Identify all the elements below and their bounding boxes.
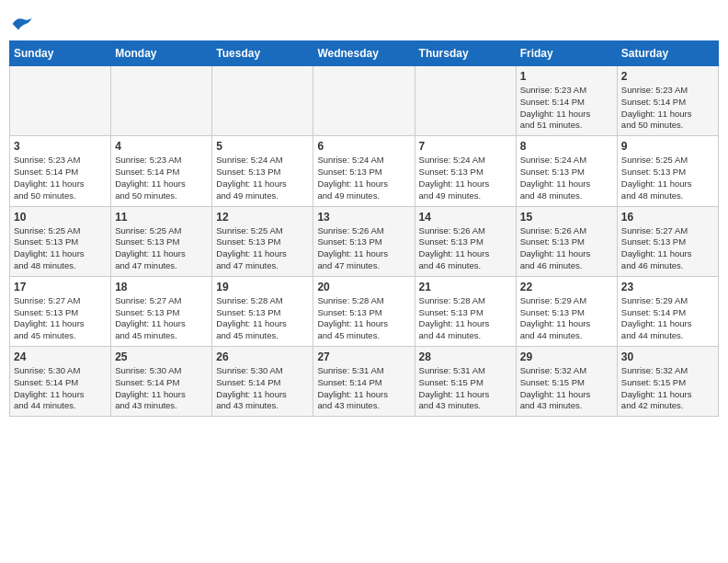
day-info: Sunrise: 5:23 AMSunset: 5:14 PMDaylight:… bbox=[621, 85, 714, 132]
day-info: Sunrise: 5:29 AMSunset: 5:14 PMDaylight:… bbox=[621, 295, 714, 342]
calendar-cell: 15Sunrise: 5:26 AMSunset: 5:13 PMDayligh… bbox=[516, 206, 617, 276]
day-info: Sunrise: 5:28 AMSunset: 5:13 PMDaylight:… bbox=[317, 295, 410, 342]
calendar-week-row: 1Sunrise: 5:23 AMSunset: 5:14 PMDaylight… bbox=[10, 66, 719, 136]
day-info: Sunrise: 5:26 AMSunset: 5:13 PMDaylight:… bbox=[317, 225, 410, 272]
day-info: Sunrise: 5:28 AMSunset: 5:13 PMDaylight:… bbox=[216, 295, 309, 342]
day-info: Sunrise: 5:26 AMSunset: 5:13 PMDaylight:… bbox=[520, 225, 613, 272]
calendar-day-header: Tuesday bbox=[212, 41, 313, 66]
logo bbox=[9, 15, 33, 33]
logo-bird-icon bbox=[11, 15, 33, 33]
day-info: Sunrise: 5:32 AMSunset: 5:15 PMDaylight:… bbox=[520, 365, 613, 412]
day-number: 13 bbox=[317, 211, 410, 224]
calendar-day-header: Sunday bbox=[10, 41, 111, 66]
calendar-cell: 16Sunrise: 5:27 AMSunset: 5:13 PMDayligh… bbox=[617, 206, 718, 276]
day-number: 19 bbox=[216, 281, 309, 293]
calendar-cell: 7Sunrise: 5:24 AMSunset: 5:13 PMDaylight… bbox=[415, 136, 516, 206]
day-info: Sunrise: 5:30 AMSunset: 5:14 PMDaylight:… bbox=[115, 365, 208, 412]
calendar-cell: 22Sunrise: 5:29 AMSunset: 5:13 PMDayligh… bbox=[516, 276, 617, 346]
day-info: Sunrise: 5:28 AMSunset: 5:13 PMDaylight:… bbox=[419, 295, 512, 342]
day-number: 17 bbox=[14, 281, 107, 293]
calendar-day-header: Monday bbox=[111, 41, 212, 66]
day-info: Sunrise: 5:25 AMSunset: 5:13 PMDaylight:… bbox=[621, 155, 714, 201]
calendar-cell bbox=[415, 66, 516, 136]
calendar-cell: 10Sunrise: 5:25 AMSunset: 5:13 PMDayligh… bbox=[10, 206, 111, 276]
day-number: 10 bbox=[14, 211, 107, 224]
calendar-cell: 9Sunrise: 5:25 AMSunset: 5:13 PMDaylight… bbox=[617, 136, 718, 206]
calendar-cell bbox=[111, 66, 212, 136]
calendar-cell: 29Sunrise: 5:32 AMSunset: 5:15 PMDayligh… bbox=[516, 347, 617, 417]
day-info: Sunrise: 5:24 AMSunset: 5:13 PMDaylight:… bbox=[216, 155, 309, 201]
calendar-cell: 27Sunrise: 5:31 AMSunset: 5:14 PMDayligh… bbox=[313, 347, 415, 417]
day-info: Sunrise: 5:23 AMSunset: 5:14 PMDaylight:… bbox=[115, 155, 208, 201]
day-number: 30 bbox=[621, 350, 714, 363]
day-number: 16 bbox=[621, 211, 714, 224]
calendar-day-header: Saturday bbox=[617, 41, 718, 66]
day-info: Sunrise: 5:27 AMSunset: 5:13 PMDaylight:… bbox=[115, 295, 208, 342]
calendar-cell: 30Sunrise: 5:32 AMSunset: 5:15 PMDayligh… bbox=[617, 347, 718, 417]
day-info: Sunrise: 5:27 AMSunset: 5:13 PMDaylight:… bbox=[14, 295, 107, 342]
day-number: 14 bbox=[419, 211, 512, 224]
day-number: 29 bbox=[520, 350, 613, 363]
day-number: 24 bbox=[14, 350, 107, 363]
calendar-cell: 1Sunrise: 5:23 AMSunset: 5:14 PMDaylight… bbox=[516, 66, 617, 136]
day-number: 12 bbox=[216, 211, 309, 224]
day-number: 2 bbox=[621, 70, 714, 83]
calendar-week-row: 3Sunrise: 5:23 AMSunset: 5:14 PMDaylight… bbox=[10, 136, 719, 206]
calendar-day-header: Wednesday bbox=[313, 41, 415, 66]
day-info: Sunrise: 5:29 AMSunset: 5:13 PMDaylight:… bbox=[520, 295, 613, 342]
day-number: 8 bbox=[520, 140, 613, 153]
calendar-cell bbox=[212, 66, 313, 136]
calendar-cell: 3Sunrise: 5:23 AMSunset: 5:14 PMDaylight… bbox=[10, 136, 111, 206]
calendar-cell bbox=[10, 66, 111, 136]
calendar-week-row: 10Sunrise: 5:25 AMSunset: 5:13 PMDayligh… bbox=[10, 206, 719, 276]
day-info: Sunrise: 5:24 AMSunset: 5:13 PMDaylight:… bbox=[317, 155, 410, 201]
calendar-cell: 13Sunrise: 5:26 AMSunset: 5:13 PMDayligh… bbox=[313, 206, 415, 276]
calendar-cell: 2Sunrise: 5:23 AMSunset: 5:14 PMDaylight… bbox=[617, 66, 718, 136]
calendar-cell: 18Sunrise: 5:27 AMSunset: 5:13 PMDayligh… bbox=[111, 276, 212, 346]
day-info: Sunrise: 5:26 AMSunset: 5:13 PMDaylight:… bbox=[419, 225, 512, 272]
day-number: 18 bbox=[115, 281, 208, 293]
calendar-cell: 28Sunrise: 5:31 AMSunset: 5:15 PMDayligh… bbox=[415, 347, 516, 417]
calendar-header-row: SundayMondayTuesdayWednesdayThursdayFrid… bbox=[10, 41, 719, 66]
calendar-cell: 25Sunrise: 5:30 AMSunset: 5:14 PMDayligh… bbox=[111, 347, 212, 417]
day-number: 22 bbox=[520, 281, 613, 293]
day-number: 9 bbox=[621, 140, 714, 153]
calendar-cell bbox=[313, 66, 415, 136]
day-number: 3 bbox=[14, 140, 107, 153]
day-number: 7 bbox=[419, 140, 512, 153]
day-number: 26 bbox=[216, 350, 309, 363]
calendar-cell: 6Sunrise: 5:24 AMSunset: 5:13 PMDaylight… bbox=[313, 136, 415, 206]
day-info: Sunrise: 5:30 AMSunset: 5:14 PMDaylight:… bbox=[14, 365, 107, 412]
calendar-cell: 12Sunrise: 5:25 AMSunset: 5:13 PMDayligh… bbox=[212, 206, 313, 276]
calendar-cell: 17Sunrise: 5:27 AMSunset: 5:13 PMDayligh… bbox=[10, 276, 111, 346]
page-header bbox=[9, 9, 719, 33]
day-info: Sunrise: 5:24 AMSunset: 5:13 PMDaylight:… bbox=[520, 155, 613, 201]
day-number: 1 bbox=[520, 70, 613, 83]
day-info: Sunrise: 5:25 AMSunset: 5:13 PMDaylight:… bbox=[216, 225, 309, 272]
day-info: Sunrise: 5:25 AMSunset: 5:13 PMDaylight:… bbox=[115, 225, 208, 272]
day-info: Sunrise: 5:25 AMSunset: 5:13 PMDaylight:… bbox=[14, 225, 107, 272]
day-info: Sunrise: 5:31 AMSunset: 5:14 PMDaylight:… bbox=[317, 365, 410, 412]
calendar-cell: 14Sunrise: 5:26 AMSunset: 5:13 PMDayligh… bbox=[415, 206, 516, 276]
calendar-cell: 5Sunrise: 5:24 AMSunset: 5:13 PMDaylight… bbox=[212, 136, 313, 206]
day-info: Sunrise: 5:31 AMSunset: 5:15 PMDaylight:… bbox=[419, 365, 512, 412]
calendar-cell: 20Sunrise: 5:28 AMSunset: 5:13 PMDayligh… bbox=[313, 276, 415, 346]
calendar-cell: 19Sunrise: 5:28 AMSunset: 5:13 PMDayligh… bbox=[212, 276, 313, 346]
day-number: 20 bbox=[317, 281, 410, 293]
day-number: 25 bbox=[115, 350, 208, 363]
day-info: Sunrise: 5:30 AMSunset: 5:14 PMDaylight:… bbox=[216, 365, 309, 412]
day-info: Sunrise: 5:32 AMSunset: 5:15 PMDaylight:… bbox=[621, 365, 714, 412]
day-number: 4 bbox=[115, 140, 208, 153]
day-info: Sunrise: 5:23 AMSunset: 5:14 PMDaylight:… bbox=[520, 85, 613, 132]
day-number: 5 bbox=[216, 140, 309, 153]
day-number: 21 bbox=[419, 281, 512, 293]
calendar-day-header: Thursday bbox=[415, 41, 516, 66]
calendar-cell: 26Sunrise: 5:30 AMSunset: 5:14 PMDayligh… bbox=[212, 347, 313, 417]
day-info: Sunrise: 5:27 AMSunset: 5:13 PMDaylight:… bbox=[621, 225, 714, 272]
day-info: Sunrise: 5:23 AMSunset: 5:14 PMDaylight:… bbox=[14, 155, 107, 201]
day-number: 11 bbox=[115, 211, 208, 224]
calendar-week-row: 24Sunrise: 5:30 AMSunset: 5:14 PMDayligh… bbox=[10, 347, 719, 417]
calendar-cell: 4Sunrise: 5:23 AMSunset: 5:14 PMDaylight… bbox=[111, 136, 212, 206]
calendar-cell: 11Sunrise: 5:25 AMSunset: 5:13 PMDayligh… bbox=[111, 206, 212, 276]
day-number: 23 bbox=[621, 281, 714, 293]
